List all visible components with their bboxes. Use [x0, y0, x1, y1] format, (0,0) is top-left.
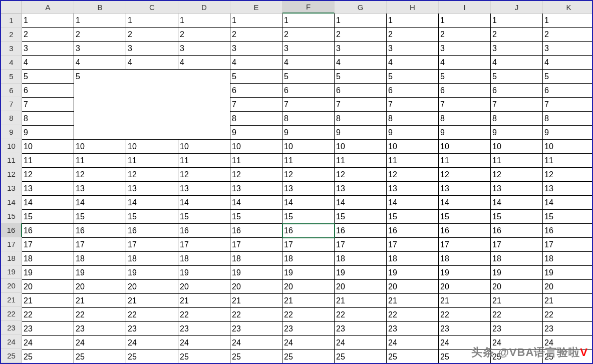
cell-E23[interactable]: 23: [230, 322, 282, 336]
cell-K16[interactable]: 16: [543, 224, 593, 238]
cell-F15[interactable]: 15: [282, 210, 335, 224]
cell-I16[interactable]: 16: [439, 224, 491, 238]
cell-F16[interactable]: 16: [282, 224, 335, 238]
cell-B22[interactable]: 22: [74, 308, 126, 322]
cell-F17[interactable]: 17: [282, 238, 335, 252]
cell-F10[interactable]: 10: [282, 140, 335, 154]
cell-E19[interactable]: 19: [230, 266, 282, 280]
cell-K1[interactable]: 1: [543, 14, 593, 28]
cell-G13[interactable]: 13: [335, 182, 387, 196]
cell-I5[interactable]: 5: [439, 70, 491, 84]
cell-J2[interactable]: 2: [491, 28, 543, 42]
cell-H21[interactable]: 21: [387, 294, 439, 308]
cell-K3[interactable]: 3: [543, 42, 593, 56]
cell-D15[interactable]: 15: [178, 210, 230, 224]
cell-K17[interactable]: 17: [543, 238, 593, 252]
cell-J6[interactable]: 6: [491, 84, 543, 98]
row-header-21[interactable]: 21: [1, 293, 22, 307]
cell-B1[interactable]: 1: [74, 14, 126, 28]
cell-A5[interactable]: 5: [22, 70, 74, 84]
cell-K9[interactable]: 9: [543, 126, 593, 140]
cell-F8[interactable]: 8: [282, 112, 335, 126]
cell-I24[interactable]: 24: [439, 336, 491, 350]
column-header-H[interactable]: H: [387, 1, 439, 14]
cell-G24[interactable]: 24: [335, 336, 387, 350]
cell-F5[interactable]: 5: [282, 70, 335, 84]
cell-I8[interactable]: 8: [439, 112, 491, 126]
cell-F9[interactable]: 9: [282, 126, 335, 140]
cell-A4[interactable]: 4: [22, 56, 74, 70]
cell-E20[interactable]: 20: [230, 280, 282, 294]
cell-C7[interactable]: [126, 98, 178, 112]
cell-A24[interactable]: 24: [22, 336, 74, 350]
cell-K15[interactable]: 15: [543, 210, 593, 224]
cell-F22[interactable]: 22: [282, 308, 335, 322]
cell-I19[interactable]: 19: [439, 266, 491, 280]
cell-C15[interactable]: 15: [126, 210, 178, 224]
cell-D9[interactable]: [178, 126, 230, 140]
cell-G2[interactable]: 2: [335, 28, 387, 42]
cell-C5[interactable]: [126, 70, 178, 84]
cell-B16[interactable]: 16: [74, 224, 126, 238]
cell-I13[interactable]: 13: [439, 182, 491, 196]
cell-J16[interactable]: 16: [491, 224, 543, 238]
cell-G1[interactable]: 1: [335, 14, 387, 28]
cell-C2[interactable]: 2: [126, 28, 178, 42]
cell-G3[interactable]: 3: [335, 42, 387, 56]
cell-K21[interactable]: 21: [543, 294, 593, 308]
cell-H8[interactable]: 8: [387, 112, 439, 126]
cell-D25[interactable]: 25: [178, 350, 230, 364]
cell-G18[interactable]: 18: [335, 252, 387, 266]
row-header-25[interactable]: 25: [1, 349, 22, 363]
cell-E5[interactable]: 5: [230, 70, 282, 84]
row-header-22[interactable]: 22: [1, 307, 22, 321]
cell-A17[interactable]: 17: [22, 238, 74, 252]
cell-J19[interactable]: 19: [491, 266, 543, 280]
cell-D10[interactable]: 10: [178, 140, 230, 154]
cell-A1[interactable]: 1: [22, 14, 74, 28]
cell-B5[interactable]: 5: [74, 70, 126, 84]
cell-B4[interactable]: 4: [74, 56, 126, 70]
cell-I1[interactable]: 1: [439, 14, 491, 28]
cell-C10[interactable]: 10: [126, 140, 178, 154]
cell-I15[interactable]: 15: [439, 210, 491, 224]
cell-C13[interactable]: 13: [126, 182, 178, 196]
column-header-B[interactable]: B: [74, 1, 126, 14]
cell-B13[interactable]: 13: [74, 182, 126, 196]
column-header-K[interactable]: K: [543, 1, 593, 14]
row-header-9[interactable]: 9: [1, 125, 22, 139]
cell-D17[interactable]: 17: [178, 238, 230, 252]
cell-I14[interactable]: 14: [439, 196, 491, 210]
cell-H22[interactable]: 22: [387, 308, 439, 322]
cell-A23[interactable]: 23: [22, 322, 74, 336]
cell-B2[interactable]: 2: [74, 28, 126, 42]
cell-A10[interactable]: 10: [22, 140, 74, 154]
cell-I4[interactable]: 4: [439, 56, 491, 70]
cell-C17[interactable]: 17: [126, 238, 178, 252]
cell-G20[interactable]: 20: [335, 280, 387, 294]
cell-K2[interactable]: 2: [543, 28, 593, 42]
cell-H4[interactable]: 4: [387, 56, 439, 70]
cell-H19[interactable]: 19: [387, 266, 439, 280]
cell-G6[interactable]: 6: [335, 84, 387, 98]
cell-F1[interactable]: 1: [282, 14, 335, 28]
cell-F6[interactable]: 6: [282, 84, 335, 98]
row-header-13[interactable]: 13: [1, 181, 22, 195]
cell-F2[interactable]: 2: [282, 28, 335, 42]
cell-K18[interactable]: 18: [543, 252, 593, 266]
cell-E24[interactable]: 24: [230, 336, 282, 350]
cell-J24[interactable]: 24: [491, 336, 543, 350]
cell-D21[interactable]: 21: [178, 294, 230, 308]
cell-J10[interactable]: 10: [491, 140, 543, 154]
column-header-I[interactable]: I: [439, 1, 491, 14]
cell-G16[interactable]: 16: [335, 224, 387, 238]
cell-H10[interactable]: 10: [387, 140, 439, 154]
cell-F23[interactable]: 23: [282, 322, 335, 336]
cell-E1[interactable]: 1: [230, 14, 282, 28]
cell-E3[interactable]: 3: [230, 42, 282, 56]
cell-K11[interactable]: 11: [543, 154, 593, 168]
cell-I23[interactable]: 23: [439, 322, 491, 336]
row-header-15[interactable]: 15: [1, 209, 22, 223]
cell-K22[interactable]: 22: [543, 308, 593, 322]
cell-H2[interactable]: 2: [387, 28, 439, 42]
